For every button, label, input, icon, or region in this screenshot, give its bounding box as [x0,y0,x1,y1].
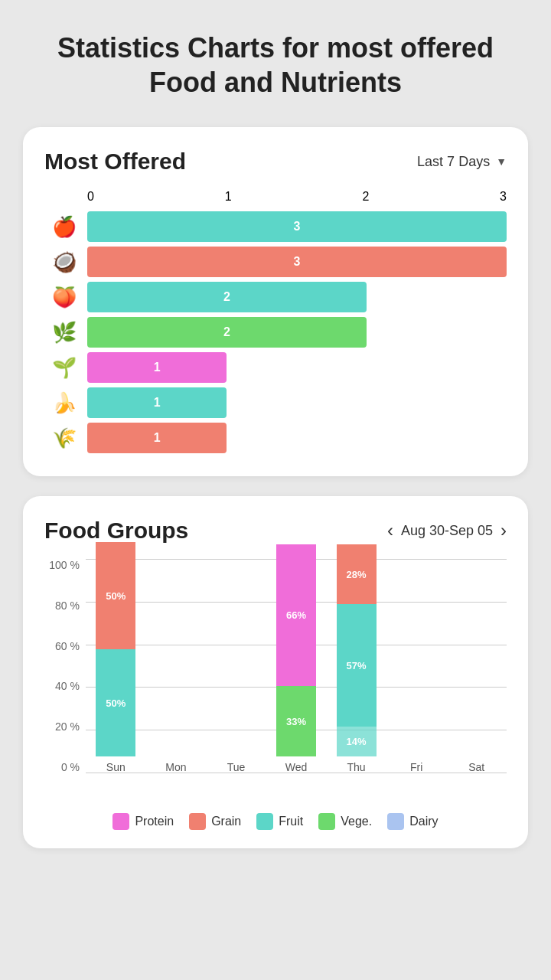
prev-arrow-icon[interactable]: ‹ [387,520,393,541]
time-range-dropdown[interactable]: Last 7 Days ▼ [417,154,507,170]
protein-swatch [112,813,129,830]
fruit-swatch [256,813,273,830]
legend-item-grain: Grain [189,813,241,830]
next-arrow-icon[interactable]: › [500,520,507,541]
bar-wheat: 1 [87,423,227,453]
vege-label: Vege. [341,815,372,828]
legend-item-protein: Protein [112,813,174,830]
most-offered-header: Most Offered Last 7 Days ▼ [44,149,507,175]
dairy-label: Dairy [409,815,438,828]
most-offered-title: Most Offered [44,149,186,175]
day-col-fri: Fri [386,542,447,773]
y-label-20: 20 % [44,720,80,733]
h-chart-axis: 0 1 2 3 [87,190,507,204]
sun-stack: 50% 50% [96,542,135,756]
wed-vege: 33% [276,686,316,756]
wed-stack: 66% 33% [276,542,316,756]
food-icon-apple: 🍎 [47,211,81,242]
chart-area: 50% 50% Sun Mon Tue [86,559,507,799]
day-col-thu: 28% 57% 14% Thu [326,542,386,773]
bar-peach: 2 [87,282,367,312]
table-row: 🥥 3 [87,247,507,277]
legend-item-vege: Vege. [318,813,372,830]
y-label-100: 100 % [44,559,80,571]
y-label-60: 60 % [44,640,80,652]
day-label-fri: Fri [410,761,422,773]
bar-sprout: 1 [87,352,227,383]
day-col-sat: Sat [446,542,507,773]
food-groups-card: Food Groups ‹ Aug 30-Sep 05 › 100 % 80 %… [23,496,528,848]
day-col-sun: 50% 50% Sun [86,542,146,773]
axis-label-1: 1 [225,190,232,204]
legend-item-dairy: Dairy [387,813,438,830]
day-label-thu: Thu [347,761,366,773]
dropdown-label: Last 7 Days [417,154,490,170]
stacked-bars: 50% 50% Sun Mon Tue [86,559,507,773]
most-offered-card: Most Offered Last 7 Days ▼ 0 1 2 3 🍎 3 🥥… [23,127,528,476]
y-axis-labels: 100 % 80 % 60 % 40 % 20 % 0 % [44,559,86,799]
day-label-sat: Sat [468,761,484,773]
fri-stack [396,542,436,756]
sun-grain: 50% [96,542,135,649]
date-range-label: Aug 30-Sep 05 [401,523,493,539]
bar-apple: 3 [87,211,507,242]
table-row: 🍌 1 [87,387,507,418]
mon-stack [156,542,196,756]
sat-stack [457,542,497,756]
bar-banana: 1 [87,387,227,418]
table-row: 🌿 2 [87,317,507,348]
food-groups-title: Food Groups [44,518,188,544]
day-label-wed: Wed [285,761,308,773]
table-row: 🌾 1 [87,423,507,453]
axis-label-0: 0 [87,190,94,204]
fruit-label: Fruit [279,815,303,828]
day-col-tue: Tue [206,542,266,773]
thu-extra: 14% [337,727,377,756]
date-navigator: ‹ Aug 30-Sep 05 › [387,520,507,541]
grain-swatch [189,813,206,830]
y-label-0: 0 % [44,761,80,773]
thu-fruit: 57% [337,604,377,727]
food-icon-coconut: 🥥 [47,247,81,277]
thu-grain: 28% [337,544,377,604]
table-row: 🍎 3 [87,211,507,242]
food-icon-peach: 🍑 [47,282,81,312]
food-icon-herb: 🌿 [47,317,81,348]
food-icon-banana: 🍌 [47,387,81,418]
legend-item-fruit: Fruit [256,813,303,830]
food-icon-sprout: 🌱 [47,352,81,383]
axis-label-2: 2 [362,190,369,204]
day-label-tue: Tue [227,761,246,773]
protein-label: Protein [135,815,174,828]
table-row: 🍑 2 [87,282,507,312]
food-icon-wheat: 🌾 [47,423,81,453]
food-groups-header: Food Groups ‹ Aug 30-Sep 05 › [44,518,507,544]
sun-fruit: 50% [96,649,135,756]
wed-protein: 66% [276,544,316,686]
grain-label: Grain [211,815,241,828]
dairy-swatch [387,813,404,830]
table-row: 🌱 1 [87,352,507,383]
h-bar-chart: 🍎 3 🥥 3 🍑 2 🌿 2 🌱 1 🍌 1 🌾 [44,211,507,453]
day-label-sun: Sun [106,761,126,773]
vege-swatch [318,813,335,830]
day-col-wed: 66% 33% Wed [266,542,327,773]
food-groups-legend: Protein Grain Fruit Vege. Dairy [44,813,507,830]
bar-coconut: 3 [87,247,507,277]
day-label-mon: Mon [165,761,186,773]
day-col-mon: Mon [146,542,207,773]
chevron-down-icon: ▼ [496,155,507,168]
food-groups-chart: 100 % 80 % 60 % 40 % 20 % 0 % [44,559,507,799]
thu-stack: 28% 57% 14% [337,542,377,756]
bar-herb: 2 [87,317,367,348]
y-label-40: 40 % [44,680,80,692]
page-title: Statistics Charts for most offered Food … [23,31,528,100]
axis-label-3: 3 [500,190,507,204]
tue-stack [216,542,256,756]
y-label-80: 80 % [44,599,80,612]
